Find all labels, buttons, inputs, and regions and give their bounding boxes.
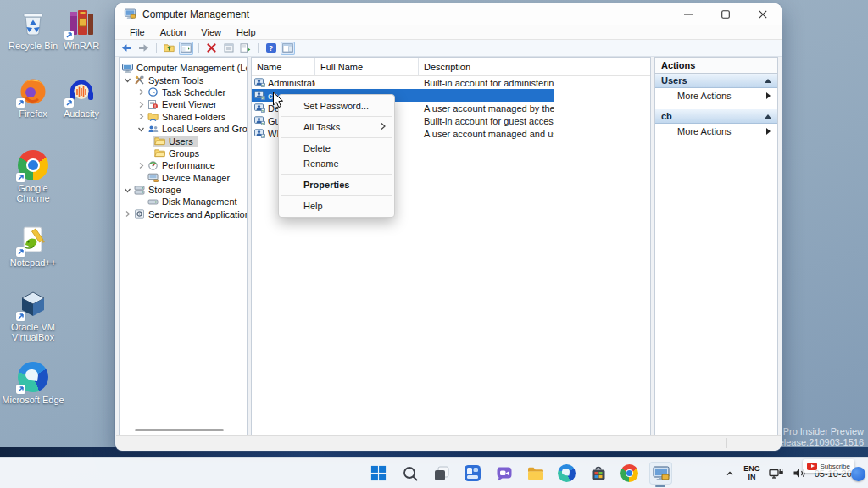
menu-item-properties[interactable]: Properties [279, 177, 394, 192]
mouse-cursor [272, 92, 285, 113]
taskbar-widgets[interactable] [461, 462, 484, 485]
tree-item-content: Performance [147, 160, 218, 170]
tree-item-services-and-applications[interactable]: Services and Applications [120, 208, 247, 220]
desktop-icon-audacity[interactable]: Audacity [50, 75, 113, 119]
desktop-icon-notepad[interactable]: Notepad++ [2, 224, 64, 268]
tree-item-storage[interactable]: Storage [120, 184, 247, 196]
tree-item-performance[interactable]: Performance [120, 159, 247, 171]
minimize-button[interactable] [670, 3, 707, 25]
chevron-expanded-icon[interactable] [122, 186, 133, 194]
taskbar-chat[interactable] [492, 462, 515, 485]
taskbar-computer-management[interactable] [649, 462, 672, 485]
show-action-pane-button[interactable] [281, 42, 295, 55]
taskbar-edge[interactable] [555, 462, 578, 485]
chevron-collapsed-icon[interactable] [136, 162, 147, 169]
menu-item-rename[interactable]: Rename [279, 156, 394, 171]
shortcut-arrow-icon [64, 30, 74, 40]
actions-section-cb[interactable]: cb [655, 109, 777, 124]
delete-button[interactable] [204, 42, 219, 55]
up-one-level-button[interactable] [162, 42, 176, 55]
export-list-button[interactable] [238, 42, 253, 55]
menu-item-label: Delete [303, 143, 331, 153]
tree-item-label: Task Scheduler [162, 87, 225, 97]
table-row-administrator[interactable]: AdministratorBuilt-in account for admini… [252, 76, 554, 89]
desktop-icon-microsoft-edge[interactable]: Microsoft Edge [2, 361, 64, 405]
title-bar[interactable]: Computer Management [115, 3, 782, 25]
column-header-description[interactable]: Description [419, 58, 554, 75]
performance-icon [147, 161, 159, 170]
chevron-collapsed-icon[interactable] [136, 101, 147, 108]
scrollbar-thumb[interactable] [135, 429, 224, 431]
menu-file[interactable]: File [122, 27, 153, 37]
chevron-collapsed-icon[interactable] [136, 113, 147, 120]
desktop-icon-google-chrome[interactable]: Google Chrome [2, 149, 64, 203]
tree-item-shared-folders[interactable]: Shared Folders [120, 111, 247, 123]
tree-item-label: Storage [148, 185, 181, 195]
language-indicator[interactable]: ENG IN [743, 465, 760, 481]
taskbar-task-view[interactable] [430, 462, 453, 485]
tree-item-device-manager[interactable]: Device Manager [120, 172, 247, 184]
subscribe-label: Subscribe [820, 463, 850, 470]
maximize-button[interactable] [707, 3, 744, 25]
desktop-icon-label: Google Chrome [2, 183, 64, 203]
taskbar-chrome[interactable] [618, 462, 641, 485]
action-item-more-actions[interactable]: More Actions [655, 124, 777, 138]
menu-item-all-tasks[interactable]: All Tasks [279, 119, 394, 135]
console-tree-pane: Computer Management (LocalSystem ToolsTa… [119, 57, 248, 435]
tree-item-label: Disk Management [162, 197, 237, 207]
taskbar-file-explorer[interactable] [524, 462, 547, 485]
show-console-tree-button[interactable] [179, 42, 193, 55]
tree-item-label: Services and Applications [148, 209, 248, 219]
shared-folders-icon [147, 112, 159, 121]
menu-view[interactable]: View [193, 27, 229, 37]
desktop-icon-winrar[interactable]: WinRAR [50, 7, 113, 51]
action-item-more-actions[interactable]: More Actions [655, 88, 777, 103]
chevron-expanded-icon[interactable] [136, 125, 147, 133]
properties-button[interactable] [221, 42, 236, 55]
firefox-icon [17, 75, 49, 107]
folder-icon [154, 148, 166, 158]
chrome-icon [620, 464, 638, 482]
tree-item-system-tools[interactable]: System Tools [120, 74, 247, 86]
taskbar-store[interactable] [587, 462, 609, 485]
store-icon [589, 464, 608, 483]
forward-button[interactable] [136, 42, 151, 55]
network-icon[interactable] [769, 468, 784, 480]
chevron-collapsed-icon[interactable] [122, 210, 133, 218]
tray-chevron-up-icon[interactable] [725, 469, 735, 479]
menu-item-set-password[interactable]: Set Password... [279, 98, 394, 114]
actions-section-users[interactable]: Users [655, 74, 777, 88]
tree-item-groups[interactable]: Groups [120, 147, 247, 159]
toolbar-separator [156, 43, 157, 53]
collapse-arrow-icon[interactable] [765, 114, 771, 119]
menu-help[interactable]: Help [229, 27, 264, 37]
column-header-name[interactable]: Name [252, 58, 315, 75]
tree-item-disk-management[interactable]: Disk Management [120, 196, 247, 208]
action-item-label: More Actions [677, 126, 732, 136]
tree-item-event-viewer[interactable]: Event Viewer [120, 98, 247, 110]
tree-item-task-scheduler[interactable]: Task Scheduler [120, 86, 247, 98]
menu-action[interactable]: Action [153, 27, 194, 37]
menu-item-delete[interactable]: Delete [279, 141, 394, 156]
actions-pane-title: Actions [655, 58, 777, 74]
chevron-collapsed-icon[interactable] [136, 88, 147, 96]
taskbar-start[interactable] [367, 462, 390, 485]
user-account-icon [254, 129, 265, 138]
tree-item-users[interactable]: Users [120, 135, 247, 147]
back-button[interactable] [120, 42, 134, 55]
desktop-icon-oracle-vm-virtualbox[interactable]: Oracle VM VirtualBox [2, 288, 64, 342]
notepadpp-icon [17, 224, 49, 256]
close-button[interactable] [744, 3, 782, 25]
tree-item-local-users-and-groups[interactable]: Local Users and Groups [120, 123, 247, 135]
tree-horizontal-scrollbar[interactable] [125, 428, 242, 433]
taskbar-search[interactable] [398, 462, 421, 485]
help-button[interactable]: ? [264, 42, 278, 55]
actions-section-title: cb [661, 111, 672, 121]
collapse-arrow-icon[interactable] [765, 79, 771, 83]
chevron-expanded-icon[interactable] [122, 76, 133, 84]
menu-item-help[interactable]: Help [279, 198, 394, 214]
tree-item-label: Event Viewer [162, 99, 217, 109]
user-name-label: Administrator [268, 78, 315, 88]
column-header-full-name[interactable]: Full Name [315, 58, 419, 75]
tree-item-computer-management-local[interactable]: Computer Management (Local [120, 62, 247, 74]
